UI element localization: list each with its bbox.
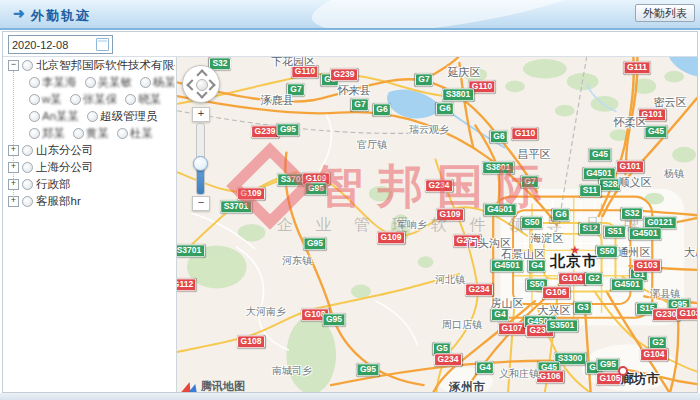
tree-member[interactable]: 超级管理员 bbox=[87, 109, 158, 124]
radio-icon[interactable] bbox=[29, 111, 40, 122]
tree-node-department[interactable]: +山东分公司 bbox=[8, 142, 175, 159]
tree-member[interactable]: w某 bbox=[29, 92, 62, 107]
radio-icon[interactable] bbox=[73, 128, 84, 139]
road-shield: G6 bbox=[490, 130, 508, 143]
tree-members: 李某海吴某敏杨某w某张某保晓某An某某超级管理员郑某黄某杜某 bbox=[3, 74, 175, 142]
radio-icon[interactable] bbox=[22, 196, 33, 207]
app-window: ➜ 外勤轨迹 外勤列表 2020-12-08 − 北京智邦国际软件技术有限公司 … bbox=[0, 0, 700, 400]
radio-icon[interactable] bbox=[87, 111, 98, 122]
tree-departments: +山东分公司+上海分公司+行政部+客服部hr bbox=[3, 142, 175, 210]
road-shield: G3 bbox=[574, 301, 592, 314]
radio-icon[interactable] bbox=[22, 145, 33, 156]
map-place-label: 密云区 bbox=[654, 95, 687, 110]
member-name: 张某保 bbox=[83, 92, 118, 107]
calendar-icon[interactable] bbox=[96, 38, 109, 51]
city-marker-icon bbox=[618, 366, 628, 376]
expand-icon[interactable]: + bbox=[8, 179, 19, 190]
radio-icon[interactable] bbox=[125, 94, 136, 105]
map-place-label: 顺义区 bbox=[619, 175, 652, 190]
road-shield: G239 bbox=[330, 68, 358, 81]
road-shield: G104 bbox=[558, 272, 586, 285]
map-place-label: 下花园区 bbox=[271, 57, 315, 69]
date-value: 2020-12-08 bbox=[12, 39, 68, 51]
road-shield: G109 bbox=[436, 208, 464, 221]
radio-icon[interactable] bbox=[29, 77, 40, 88]
map[interactable]: S32G110G6G239G7G239G95G7G110S3801G7G6G6G… bbox=[176, 57, 697, 392]
date-input[interactable]: 2020-12-08 bbox=[8, 35, 113, 54]
map-place-label: 怀柔区 bbox=[614, 115, 647, 130]
title-arrow-icon: ➜ bbox=[13, 5, 25, 21]
zoom-in-button[interactable]: + bbox=[192, 107, 210, 122]
road-shield: G234 bbox=[425, 179, 453, 192]
map-place-label: 昌平区 bbox=[518, 147, 551, 162]
attribution-label: 腾讯地图 bbox=[201, 379, 245, 392]
radio-icon[interactable] bbox=[29, 128, 40, 139]
radio-icon[interactable] bbox=[22, 162, 33, 173]
tree-member[interactable]: 杨某 bbox=[140, 75, 175, 90]
tree-node-department[interactable]: +上海分公司 bbox=[8, 159, 175, 176]
map-place-label: 河北镇 bbox=[435, 273, 465, 287]
radio-icon[interactable] bbox=[85, 77, 96, 88]
page-title: 外勤轨迹 bbox=[31, 7, 91, 25]
member-name: 黄某 bbox=[86, 126, 109, 141]
member-name: 杜某 bbox=[130, 126, 153, 141]
tree-node-department[interactable]: +客服部hr bbox=[8, 193, 175, 210]
map-place-label: 义和庄镇 bbox=[499, 367, 539, 381]
zoom-slider[interactable] bbox=[196, 123, 205, 195]
road-shield: G95 bbox=[322, 313, 345, 326]
collapse-icon[interactable]: − bbox=[8, 60, 19, 71]
radio-icon[interactable] bbox=[22, 179, 33, 190]
expand-icon[interactable]: + bbox=[8, 162, 19, 173]
tree-node-company[interactable]: − 北京智邦国际软件技术有限公司 bbox=[8, 57, 175, 74]
map-place-label: 大兴区 bbox=[538, 303, 571, 318]
radio-icon[interactable] bbox=[22, 60, 33, 71]
road-shield: G7 bbox=[415, 73, 433, 86]
member-name: An某某 bbox=[42, 109, 79, 124]
expand-icon[interactable]: + bbox=[8, 196, 19, 207]
map-place-label: 大河南乡 bbox=[246, 305, 286, 319]
map-place-label: 官厅镇 bbox=[357, 138, 387, 152]
road-shield: S3701 bbox=[220, 200, 252, 213]
map-place-label: 延庆区 bbox=[448, 65, 481, 80]
radio-icon[interactable] bbox=[70, 94, 81, 105]
tree-member[interactable]: 黄某 bbox=[73, 126, 109, 141]
road-shield: G4 bbox=[476, 361, 494, 374]
road-shield: G6 bbox=[373, 103, 391, 116]
road-shield: G4501 bbox=[484, 203, 517, 216]
org-tree: − 北京智邦国际软件技术有限公司 李某海吴某敏杨某w某张某保晓某An某某超级管理… bbox=[3, 57, 175, 392]
road-shield: G103 bbox=[676, 307, 697, 320]
road-shield: G106 bbox=[536, 370, 564, 383]
fieldwork-list-button[interactable]: 外勤列表 bbox=[635, 4, 695, 22]
radio-icon[interactable] bbox=[117, 128, 128, 139]
pan-control[interactable] bbox=[182, 65, 220, 103]
road-shield: G7 bbox=[351, 98, 369, 111]
road-shield: G112 bbox=[176, 278, 197, 291]
road-shield: G101 bbox=[616, 160, 644, 173]
expand-icon[interactable]: + bbox=[8, 145, 19, 156]
map-place-label: 涿州市 bbox=[449, 379, 485, 393]
member-name: 晓某 bbox=[138, 92, 161, 107]
road-shield: G95 bbox=[304, 182, 327, 195]
tree-member[interactable]: 吴某敏 bbox=[85, 75, 133, 90]
tree-member[interactable]: 郑某 bbox=[29, 126, 65, 141]
bottom-strip bbox=[0, 393, 700, 400]
road-shield: G7 bbox=[521, 175, 539, 188]
member-name: 超级管理员 bbox=[100, 109, 158, 124]
tree-node-department[interactable]: +行政部 bbox=[8, 176, 175, 193]
map-place-label: 周口店镇 bbox=[442, 318, 482, 332]
radio-icon[interactable] bbox=[29, 94, 40, 105]
radio-icon[interactable] bbox=[140, 77, 151, 88]
tree-member[interactable]: 杜某 bbox=[117, 126, 153, 141]
tree-member[interactable]: 张某保 bbox=[70, 92, 118, 107]
tree-member[interactable]: An某某 bbox=[29, 109, 79, 124]
map-place-label: 大厂 bbox=[684, 245, 697, 260]
tree-member[interactable]: 晓某 bbox=[125, 92, 161, 107]
map-place-label: 怀来县 bbox=[338, 83, 371, 98]
zoom-out-button[interactable]: − bbox=[192, 196, 210, 211]
road-shield: G106 bbox=[542, 286, 570, 299]
zoom-slider-handle[interactable] bbox=[193, 156, 208, 171]
pan-center-knob[interactable] bbox=[196, 79, 208, 91]
zoom-control: + − bbox=[192, 107, 208, 211]
road-shield: G239 bbox=[251, 125, 279, 138]
tree-member[interactable]: 李某海 bbox=[29, 75, 77, 90]
